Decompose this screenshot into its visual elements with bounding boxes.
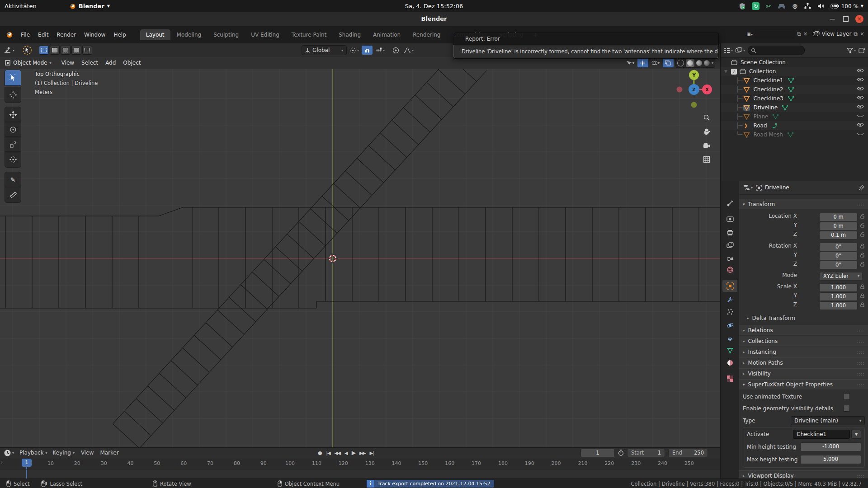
- max-height-field[interactable]: 5.000: [800, 455, 861, 464]
- new-collection-button[interactable]: [859, 47, 866, 54]
- shield-check-icon[interactable]: [739, 3, 745, 10]
- rotation-y-field[interactable]: 0°: [819, 252, 858, 260]
- shading-solid-button[interactable]: [686, 59, 694, 67]
- min-height-field[interactable]: -1.000: [800, 442, 861, 451]
- editor-type-button[interactable]: ▾: [4, 47, 14, 54]
- breadcrumb-object-name[interactable]: Driveline: [765, 184, 789, 191]
- scale-tool[interactable]: [5, 136, 21, 153]
- annotate-tool[interactable]: ✎: [5, 172, 21, 188]
- tab-tool[interactable]: [722, 197, 737, 209]
- next-keyframe-button[interactable]: ▶▶: [358, 450, 367, 455]
- rotation-x-field[interactable]: 0°: [819, 243, 858, 251]
- shading-wireframe-button[interactable]: [677, 60, 684, 66]
- rotate-tool[interactable]: [5, 122, 21, 138]
- toggle-ortho-icon[interactable]: [701, 154, 712, 165]
- record-off-icon[interactable]: ⊗: [792, 2, 798, 10]
- pin-icon[interactable]: [859, 185, 864, 191]
- snap-target-dropdown[interactable]: ▾: [375, 47, 385, 53]
- shading-material-button[interactable]: [696, 60, 702, 66]
- eye-icon[interactable]: [857, 122, 864, 127]
- cursor-tool[interactable]: [5, 87, 21, 103]
- transform-tool[interactable]: [5, 151, 21, 168]
- report-error-popup[interactable]: Report: Error Driveline 'Driveline' is i…: [453, 33, 719, 59]
- lock-icon[interactable]: [860, 284, 865, 289]
- tab-particles[interactable]: [722, 305, 737, 318]
- playhead-line[interactable]: [26, 469, 27, 479]
- timeline-track[interactable]: [0, 469, 720, 479]
- eye-icon[interactable]: [857, 95, 864, 100]
- editor-type-button[interactable]: ▾: [723, 47, 733, 53]
- outliner-row-scene-collection[interactable]: Scene Collection: [721, 58, 868, 67]
- filter-dropdown[interactable]: ▾: [847, 48, 856, 53]
- gamepad-icon[interactable]: [778, 4, 786, 9]
- type-dropdown[interactable]: Driveline (main) ▾: [791, 416, 865, 425]
- lock-icon[interactable]: [860, 232, 865, 237]
- geometry-visibility-checkbox[interactable]: [843, 405, 850, 412]
- section-delta-transform[interactable]: ▸Delta Transform: [747, 315, 795, 321]
- activate-dropdown-button[interactable]: ▼: [851, 430, 861, 439]
- volume-icon[interactable]: [817, 3, 824, 9]
- move-tool[interactable]: [5, 107, 21, 123]
- expand-arrow-icon[interactable]: ›: [1, 460, 3, 465]
- view-layer-icon[interactable]: [813, 31, 820, 37]
- menu-edit[interactable]: Edit: [34, 30, 52, 40]
- section-collections[interactable]: ▸Collections::::: [739, 336, 868, 346]
- location-y-field[interactable]: 0 m: [819, 222, 858, 230]
- proportional-falloff-dropdown[interactable]: ▾: [404, 47, 414, 53]
- tab-object-data[interactable]: [722, 344, 737, 357]
- tab-view-layer[interactable]: [722, 239, 737, 251]
- rotation-z-field[interactable]: 0°: [819, 261, 858, 269]
- scene-icon[interactable]: ▣▾: [747, 32, 753, 37]
- proportional-editing-button[interactable]: [390, 46, 401, 55]
- window-title-bar[interactable]: Blender — ×: [0, 12, 868, 26]
- scale-y-field[interactable]: 1.000: [819, 292, 858, 301]
- scene-name-field[interactable]: [755, 29, 795, 38]
- outliner-row-checkline1[interactable]: ├─ Checkline1: [721, 76, 868, 85]
- gizmo-x-axis[interactable]: X: [702, 84, 712, 94]
- select-mode-lasso-button[interactable]: [71, 46, 81, 55]
- menu-file[interactable]: File: [17, 30, 34, 40]
- collection-checkbox[interactable]: ✓: [731, 69, 737, 75]
- timeline-marker-menu[interactable]: Marker: [100, 450, 118, 456]
- eye-icon[interactable]: [857, 68, 864, 73]
- prev-keyframe-button[interactable]: ◀◀: [333, 450, 342, 455]
- navigation-gizmo[interactable]: Y Z X: [676, 69, 717, 109]
- 3d-viewport[interactable]: Top Orthographic (1) Collection | Drivel…: [0, 69, 720, 447]
- app-menu[interactable]: Blender ▼: [65, 0, 114, 12]
- eye-closed-icon[interactable]: [857, 113, 864, 118]
- use-preview-range-icon[interactable]: [618, 450, 624, 456]
- tab-material[interactable]: [722, 357, 737, 369]
- viewport-menu-add[interactable]: Add: [102, 58, 119, 67]
- frame-start-field[interactable]: Start1: [627, 449, 665, 457]
- transform-panel-header[interactable]: ▾ Transform ::::: [739, 199, 868, 209]
- playhead-badge[interactable]: 1: [22, 459, 32, 467]
- tab-constraints[interactable]: [722, 332, 737, 344]
- tab-render[interactable]: [722, 213, 737, 225]
- tab-texture[interactable]: [722, 372, 737, 385]
- animated-texture-checkbox[interactable]: [843, 393, 850, 400]
- tab-modeling[interactable]: Modeling: [171, 29, 208, 40]
- select-box-tool[interactable]: [5, 70, 21, 86]
- tab-output[interactable]: [722, 226, 737, 239]
- tab-sculpting[interactable]: Sculpting: [208, 29, 245, 40]
- tab-object[interactable]: [722, 280, 737, 292]
- sync-icon[interactable]: ↻: [752, 2, 760, 10]
- transform-orientation-dropdown[interactable]: Global ▾: [302, 45, 347, 55]
- active-tool-icon[interactable]: [22, 45, 33, 56]
- outliner-search-input[interactable]: [748, 46, 805, 55]
- timeline-ruler[interactable]: › 10203040506070809010011012013014015016…: [0, 458, 720, 469]
- tab-rendering[interactable]: Rendering: [407, 29, 446, 40]
- location-z-field[interactable]: 0.1 m: [819, 231, 858, 239]
- gizmo-z-axis[interactable]: Z: [689, 84, 699, 95]
- activate-field[interactable]: Checkline1: [793, 430, 850, 439]
- snap-toggle-button[interactable]: [362, 46, 373, 55]
- mode-dropdown[interactable]: Object Mode ▾: [5, 60, 52, 66]
- object-type-visibility-dropdown[interactable]: ▾: [625, 58, 636, 67]
- tab-shading[interactable]: Shading: [333, 29, 367, 40]
- select-mode-tweak-button[interactable]: [39, 46, 49, 55]
- menu-render[interactable]: Render: [52, 30, 80, 40]
- scissors-icon[interactable]: ✂: [766, 3, 771, 10]
- close-button[interactable]: ×: [854, 14, 864, 24]
- lock-icon[interactable]: [860, 244, 865, 249]
- play-button[interactable]: ▶: [350, 450, 357, 456]
